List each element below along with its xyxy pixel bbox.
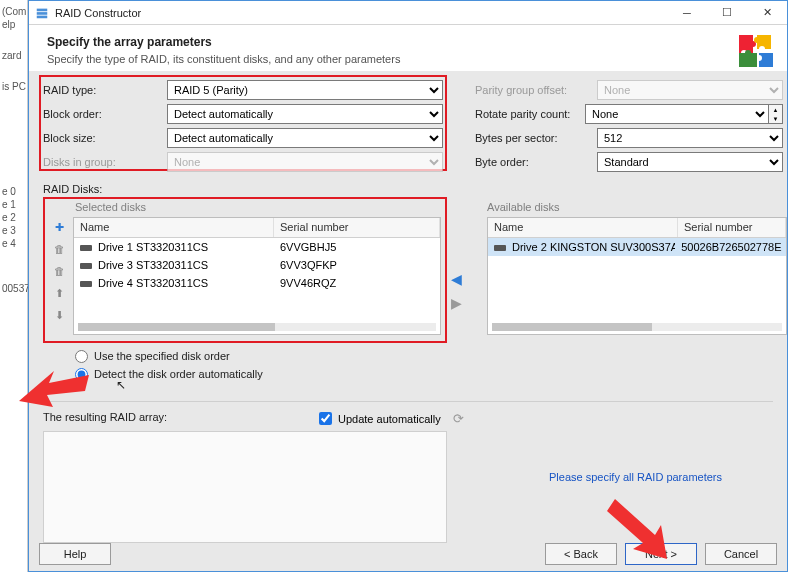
svg-rect-0 <box>37 8 48 11</box>
table-row[interactable]: Drive 2 KINGSTON SUV300S37A240G 50026B72… <box>488 238 786 256</box>
block-size-label: Block size: <box>43 132 167 144</box>
remove-disk-icon[interactable]: 🗑 <box>51 241 67 257</box>
status-message: Please specify all RAID parameters <box>549 471 722 483</box>
svg-rect-1 <box>37 12 48 15</box>
wizard-buttons: Help < Back Next > Cancel <box>29 541 787 571</box>
move-down-icon[interactable]: ⬇ <box>51 307 67 323</box>
add-disk-icon[interactable]: ✚ <box>51 219 67 235</box>
refresh-icon[interactable]: ⟳ <box>453 411 464 426</box>
rotate-parity-label: Rotate parity count: <box>475 108 585 120</box>
result-array-panel <box>43 431 447 543</box>
byte-order-select[interactable]: Standard <box>597 152 783 172</box>
wizard-header: Specify the array parameters Specify the… <box>29 25 787 73</box>
table-row[interactable]: Drive 1 ST3320311CS 6VVGBHJ5 <box>74 238 440 256</box>
result-label: The resulting RAID array: <box>43 411 167 423</box>
col-name[interactable]: Name <box>74 218 274 237</box>
selected-disks-grid[interactable]: Name Serial number Drive 1 ST3320311CS 6… <box>73 217 441 335</box>
scrollbar[interactable] <box>78 323 436 331</box>
parity-offset-select: None <box>597 80 783 100</box>
disks-in-group-label: Disks in group: <box>43 156 167 168</box>
help-button[interactable]: Help <box>39 543 111 565</box>
minimize-button[interactable]: ─ <box>667 1 707 25</box>
raid-constructor-window: RAID Constructor ─ ☐ ✕ Specify the array… <box>28 0 788 572</box>
move-up-icon[interactable]: ⬆ <box>51 285 67 301</box>
move-left-icon[interactable]: ◀ <box>451 271 462 287</box>
available-disks-grid[interactable]: Name Serial number Drive 2 KINGSTON SUV3… <box>487 217 787 335</box>
byte-order-label: Byte order: <box>475 156 597 168</box>
scrollbar[interactable] <box>492 323 782 331</box>
table-row[interactable]: Drive 4 ST3320311CS 9VV46RQZ <box>74 274 440 292</box>
col-serial[interactable]: Serial number <box>678 218 786 237</box>
parity-offset-label: Parity group offset: <box>475 84 597 96</box>
rotate-parity-select[interactable]: None <box>585 104 769 124</box>
update-automatically-checkbox[interactable]: Update automatically <box>319 412 441 425</box>
raid-disks-label: RAID Disks: <box>43 183 102 195</box>
back-button[interactable]: < Back <box>545 543 617 565</box>
puzzle-icon <box>735 31 777 73</box>
available-disks-label: Available disks <box>487 201 560 213</box>
disk-icon <box>80 245 92 251</box>
move-right-icon[interactable]: ▶ <box>451 295 462 311</box>
disk-icon <box>80 281 92 287</box>
disk-order-specified-radio[interactable]: Use the specified disk order <box>75 347 263 365</box>
svg-rect-2 <box>37 15 48 18</box>
wizard-body: RAID type: RAID 5 (Parity) Block order: … <box>29 71 787 571</box>
disks-in-group-select: None <box>167 152 443 172</box>
window-title: RAID Constructor <box>55 7 667 19</box>
page-subheading: Specify the type of RAID, its constituen… <box>47 53 769 65</box>
block-order-select[interactable]: Detect automatically <box>167 104 443 124</box>
titlebar: RAID Constructor ─ ☐ ✕ <box>29 1 787 25</box>
app-icon <box>35 6 49 20</box>
raid-type-select[interactable]: RAID 5 (Parity) <box>167 80 443 100</box>
disk-icon <box>494 245 506 251</box>
disk-icon <box>80 263 92 269</box>
rotate-parity-spinner[interactable]: ▲▼ <box>769 104 783 124</box>
disk-order-auto-radio[interactable]: Detect the disk order automatically <box>75 365 263 383</box>
selected-disks-label: Selected disks <box>75 201 146 213</box>
clear-disks-icon[interactable]: 🗑 <box>51 263 67 279</box>
cancel-button[interactable]: Cancel <box>705 543 777 565</box>
table-row[interactable]: Drive 3 ST3320311CS 6VV3QFKP <box>74 256 440 274</box>
close-button[interactable]: ✕ <box>747 1 787 25</box>
raid-type-label: RAID type: <box>43 84 167 96</box>
block-size-select[interactable]: Detect automatically <box>167 128 443 148</box>
maximize-button[interactable]: ☐ <box>707 1 747 25</box>
bytes-sector-label: Bytes per sector: <box>475 132 597 144</box>
next-button[interactable]: Next > <box>625 543 697 565</box>
page-heading: Specify the array parameters <box>47 35 769 49</box>
block-order-label: Block order: <box>43 108 167 120</box>
separator <box>43 401 773 402</box>
col-name[interactable]: Name <box>488 218 678 237</box>
background-app-strip: (Com elp zard is PC e 0 e 1 e 2 e 3 e 4 … <box>0 0 28 572</box>
bytes-sector-select[interactable]: 512 <box>597 128 783 148</box>
col-serial[interactable]: Serial number <box>274 218 440 237</box>
